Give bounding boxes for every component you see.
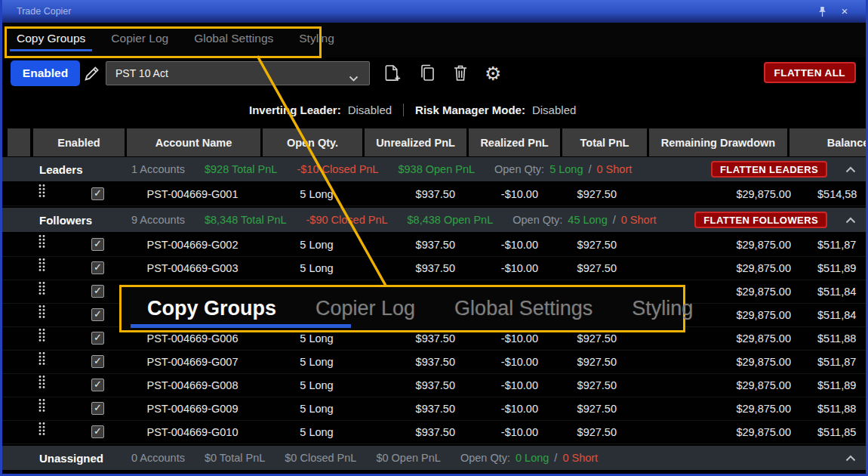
collapse-leaders-icon[interactable]	[845, 166, 856, 173]
drag-handle-icon[interactable]	[38, 257, 46, 280]
section-stat: $0 Total PnL	[205, 452, 265, 464]
checkmark-icon: ✓	[94, 239, 102, 249]
drag-handle-icon[interactable]	[38, 280, 46, 303]
tab-copy-groups[interactable]: Copy Groups	[15, 29, 87, 51]
open-qty-cell: 5 Long	[266, 351, 368, 373]
header-enabled: Enabled	[33, 128, 125, 156]
account-row: ✓PST-004669-G0075 Long$937.50-$10.00$927…	[0, 351, 868, 374]
flatten-followers-button[interactable]: FLATTEN FOLLOWERS	[694, 212, 827, 228]
row-checkbox[interactable]: ✓	[91, 187, 104, 200]
drag-handle-icon[interactable]	[38, 233, 46, 256]
drag-handle-icon[interactable]	[38, 421, 46, 444]
open-qty-long: 0 Long	[516, 452, 549, 464]
duplicate-group-icon[interactable]	[418, 63, 436, 83]
checkmark-icon: ✓	[94, 403, 102, 413]
remaining-drawdown-cell: $29,875.00	[649, 257, 791, 280]
open-qty-long: 45 Long	[568, 214, 607, 226]
section-stat: 9 Accounts	[131, 214, 185, 226]
edit-pencil-icon[interactable]	[83, 65, 100, 85]
unrealized-pnl-cell: $937.50	[362, 397, 455, 420]
open-qty-short: 0 Short	[597, 163, 633, 175]
account-name-cell: PST-004669-G003	[125, 257, 260, 280]
risk-manager-label: Risk Manager Mode:	[415, 104, 525, 116]
open-qty-slash: /	[588, 163, 591, 175]
section-controls	[845, 446, 856, 470]
pin-icon[interactable]	[815, 5, 829, 17]
open-qty-short: 0 Short	[621, 214, 657, 226]
unrealized-pnl-cell: $937.50	[362, 421, 455, 444]
magnified-tab-copier-log: Copier Log	[315, 297, 415, 320]
checkmark-icon: ✓	[94, 309, 102, 319]
remaining-drawdown-cell: $29,875.00	[649, 421, 791, 444]
row-checkbox[interactable]: ✓	[91, 425, 104, 438]
open-qty-short: 0 Short	[562, 452, 598, 464]
header-open-qty-: Open Qty.	[263, 128, 362, 156]
drag-handle-icon[interactable]	[38, 304, 46, 326]
section-stat: $8,438 Open PnL	[408, 214, 494, 226]
row-checkbox[interactable]: ✓	[91, 308, 104, 321]
section-stat: $8,348 Total PnL	[205, 214, 287, 226]
row-checkbox[interactable]: ✓	[91, 402, 104, 415]
row-checkbox[interactable]: ✓	[91, 261, 104, 274]
drag-handle-icon[interactable]	[38, 374, 46, 397]
account-name-cell: PST-004669-G010	[125, 421, 260, 444]
section-stat: $0 Closed PnL	[285, 452, 356, 464]
row-checkbox[interactable]: ✓	[91, 332, 104, 345]
collapse-followers-icon[interactable]	[845, 217, 856, 224]
row-checkbox[interactable]: ✓	[91, 355, 104, 368]
open-qty-label: Open Qty:	[494, 163, 544, 175]
close-icon[interactable]: ×	[838, 5, 851, 17]
total-pnl-cell: $927.50	[560, 233, 617, 256]
tab-global-settings[interactable]: Global Settings	[192, 29, 275, 51]
flatten-all-button[interactable]: FLATTEN ALL	[764, 62, 856, 83]
total-pnl-cell: $927.50	[560, 257, 617, 280]
magnified-active-tab-underline	[131, 324, 351, 328]
remaining-drawdown-cell: $29,875.00	[649, 233, 791, 256]
balance-cell: $511,84	[817, 304, 856, 326]
drag-handle-icon[interactable]	[38, 183, 46, 206]
account-row: ✓PST-004669-G0025 Long$937.50-$10.00$927…	[0, 233, 868, 257]
tab-bar: Copy GroupsCopier LogGlobal SettingsStyl…	[0, 23, 868, 57]
balance-cell: $511,88	[817, 327, 856, 350]
open-qty-label: Open Qty:	[460, 452, 510, 464]
open-qty-cell: 5 Long	[266, 421, 368, 444]
tab-label: Copy Groups	[17, 32, 85, 45]
new-group-icon[interactable]	[383, 63, 402, 83]
header-total-pnl: Total PnL	[562, 128, 647, 156]
unrealized-pnl-cell: $937.50	[362, 257, 455, 280]
toolbar: Enabled PST 10 Act ⚙ FLATTEN ALL	[0, 57, 868, 92]
checkmark-icon: ✓	[94, 426, 102, 436]
total-pnl-cell: $927.50	[560, 183, 617, 206]
row-checkbox[interactable]: ✓	[91, 285, 104, 298]
collapse-unassigned-icon[interactable]	[845, 455, 856, 462]
section-stat: $928 Total PnL	[205, 163, 277, 175]
open-qty-cell: 5 Long	[266, 397, 368, 420]
settings-gear-icon[interactable]: ⚙	[485, 63, 501, 83]
drag-handle-icon[interactable]	[38, 397, 46, 420]
tab-label: Copier Log	[111, 32, 168, 45]
delete-group-icon[interactable]	[452, 63, 469, 83]
realized-pnl-cell: -$10.00	[466, 421, 538, 444]
flatten-leaders-button[interactable]: FLATTEN LEADERS	[711, 161, 827, 178]
total-pnl-cell: $927.50	[560, 351, 617, 373]
account-name-cell: PST-004669-G009	[125, 397, 260, 420]
checkmark-icon: ✓	[94, 356, 102, 366]
realized-pnl-cell: -$10.00	[466, 397, 538, 420]
toolbar-icons: ⚙	[383, 63, 501, 83]
tab-copier-log[interactable]: Copier Log	[109, 29, 170, 51]
window-border-left	[0, 0, 2, 476]
drag-handle-icon[interactable]	[38, 351, 46, 373]
group-select-dropdown[interactable]: PST 10 Act	[106, 61, 370, 85]
status-divider	[403, 104, 404, 116]
title-bar: Trade Copier ×	[0, 0, 868, 23]
enabled-toggle-button[interactable]: Enabled	[11, 60, 80, 86]
tab-styling[interactable]: Styling	[297, 29, 336, 51]
group-select-value: PST 10 Act	[115, 67, 168, 79]
row-checkbox[interactable]: ✓	[91, 238, 104, 251]
row-checkbox[interactable]: ✓	[91, 379, 104, 391]
realized-pnl-cell: -$10.00	[466, 257, 538, 280]
open-qty-cell: 5 Long	[266, 374, 368, 397]
realized-pnl-cell: -$10.00	[466, 183, 538, 206]
drag-handle-icon[interactable]	[38, 327, 46, 350]
account-row: ✓PST-004669-G0015 Long$937.50-$10.00$927…	[0, 183, 868, 206]
